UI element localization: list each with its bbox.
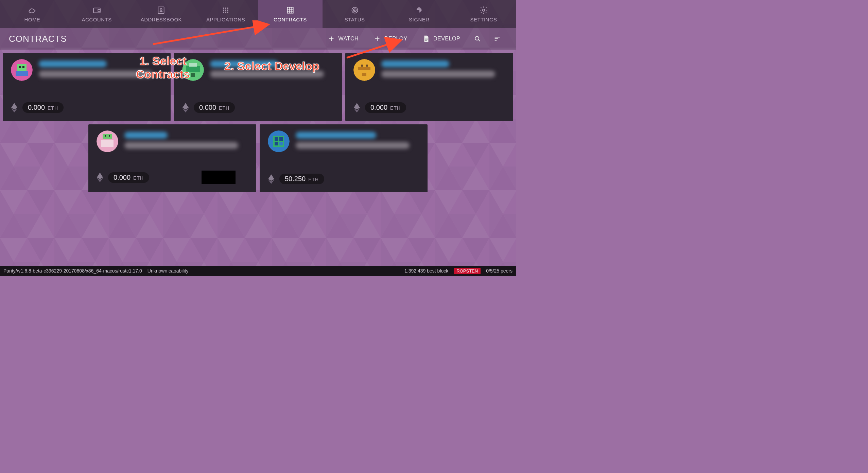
contract-card[interactable]: 0.000 ETH (174, 53, 342, 121)
top-nav: HOME ACCOUNTS ADDRESSBOOK APPLICATIONS C… (0, 0, 516, 28)
page-title: CONTRACTS (9, 34, 67, 44)
contact-icon (157, 6, 166, 15)
balance-value: 0.000 (199, 104, 216, 111)
svg-point-12 (160, 8, 162, 10)
svg-rect-58 (361, 65, 363, 67)
svg-rect-59 (366, 65, 368, 67)
sub-action-bar: CONTRACTS WATCH DEPLOY DEVELOP (0, 28, 516, 50)
nav-label: SETTINGS (470, 17, 497, 22)
action-label: DEPLOY (384, 36, 407, 42)
svg-rect-9 (93, 8, 100, 13)
svg-rect-66 (105, 135, 106, 137)
contract-card[interactable]: 0.000 ETH (3, 53, 171, 121)
svg-marker-61 (354, 103, 360, 109)
nav-label: SIGNER (409, 17, 430, 22)
svg-line-39 (479, 40, 480, 41)
identicon-avatar (182, 59, 204, 81)
svg-rect-14 (225, 7, 226, 8)
svg-marker-48 (11, 103, 17, 109)
status-bar: Parity//v1.6.8-beta-c396229-20170608/x86… (0, 266, 516, 276)
balance-currency: ETH (133, 175, 144, 181)
sort-button[interactable] (487, 28, 507, 50)
contract-card[interactable]: 0.000 ETH (88, 124, 256, 192)
nav-label: APPLICATIONS (206, 17, 245, 22)
identicon-avatar (353, 59, 375, 81)
balance-currency: ETH (308, 177, 319, 182)
nav-signer[interactable]: SIGNER (387, 0, 452, 28)
peers-text: 0/5/25 peers (486, 268, 513, 274)
nav-label: STATUS (345, 17, 365, 22)
balance-currency: ETH (48, 105, 58, 111)
identicon-avatar (11, 59, 33, 81)
identicon-avatar (97, 130, 118, 152)
svg-rect-22 (287, 7, 293, 13)
target-icon (350, 6, 359, 15)
contracts-grid: 0.000 ETH 0.000 ETH (0, 50, 516, 199)
svg-rect-17 (225, 10, 226, 11)
wave-icon (28, 6, 37, 15)
balance-value: 0.000 (114, 174, 131, 181)
svg-marker-54 (183, 103, 189, 109)
nav-applications[interactable]: APPLICATIONS (193, 0, 258, 28)
svg-rect-52 (189, 63, 197, 67)
plus-icon (328, 35, 335, 42)
svg-point-38 (475, 36, 479, 40)
svg-rect-57 (358, 67, 370, 70)
fingerprint-icon (415, 6, 423, 15)
svg-rect-75 (279, 142, 283, 145)
svg-rect-46 (19, 66, 21, 68)
svg-rect-15 (227, 7, 228, 8)
ethereum-icon (268, 174, 275, 184)
balance-currency: ETH (219, 105, 229, 111)
contract-card[interactable]: 50.250 ETH (260, 124, 428, 192)
develop-button[interactable]: DEVELOP (415, 28, 468, 50)
svg-rect-20 (225, 12, 226, 13)
svg-rect-18 (227, 10, 228, 11)
balance-pill: 0.000 ETH (108, 172, 149, 183)
balance-pill: 0.000 ETH (194, 102, 235, 113)
grid-small-icon (221, 6, 230, 15)
svg-rect-44 (17, 64, 27, 71)
nav-status[interactable]: STATUS (323, 0, 387, 28)
svg-rect-67 (109, 135, 110, 137)
nav-contracts[interactable]: CONTRACTS (258, 0, 323, 28)
nav-label: CONTRACTS (274, 17, 307, 22)
watch-button[interactable]: WATCH (320, 28, 366, 50)
svg-rect-19 (223, 12, 224, 13)
version-text: Parity//v1.6.8-beta-c396229-20170608/x86… (3, 268, 142, 274)
svg-rect-51 (186, 66, 200, 72)
search-button[interactable] (468, 28, 487, 50)
svg-rect-16 (223, 10, 224, 11)
ethereum-icon (182, 103, 189, 113)
balance-pill: 0.000 ETH (365, 102, 406, 113)
contract-info-blurred (296, 130, 419, 152)
network-badge: ROPSTEN (454, 268, 481, 274)
svg-rect-35 (425, 38, 428, 38)
svg-point-29 (354, 10, 355, 10)
contract-info-blurred (381, 59, 505, 81)
svg-rect-45 (16, 71, 28, 76)
svg-rect-65 (101, 140, 114, 147)
ethereum-icon (11, 103, 18, 113)
balance-value: 0.000 (370, 104, 387, 111)
svg-point-30 (483, 9, 485, 11)
contract-info-blurred (39, 59, 162, 81)
nav-accounts[interactable]: ACCOUNTS (65, 0, 129, 28)
svg-rect-13 (223, 7, 224, 8)
svg-rect-73 (279, 137, 283, 141)
deploy-button[interactable]: DEPLOY (366, 28, 415, 50)
nav-home[interactable]: HOME (0, 0, 65, 28)
balance-pill: 0.000 ETH (22, 102, 64, 113)
contract-info-blurred (210, 59, 334, 81)
nav-label: ACCOUNTS (82, 17, 112, 22)
balance-value: 0.000 (28, 104, 45, 111)
svg-rect-60 (362, 73, 366, 76)
svg-rect-64 (103, 134, 112, 139)
nav-addressbook[interactable]: ADDRESSBOOK (129, 0, 194, 28)
contract-card[interactable]: 0.000 ETH (345, 53, 513, 121)
action-label: DEVELOP (433, 36, 460, 42)
plus-icon (374, 35, 381, 42)
ethereum-icon (97, 172, 103, 182)
contract-info-blurred (124, 130, 248, 152)
nav-settings[interactable]: SETTINGS (451, 0, 516, 28)
